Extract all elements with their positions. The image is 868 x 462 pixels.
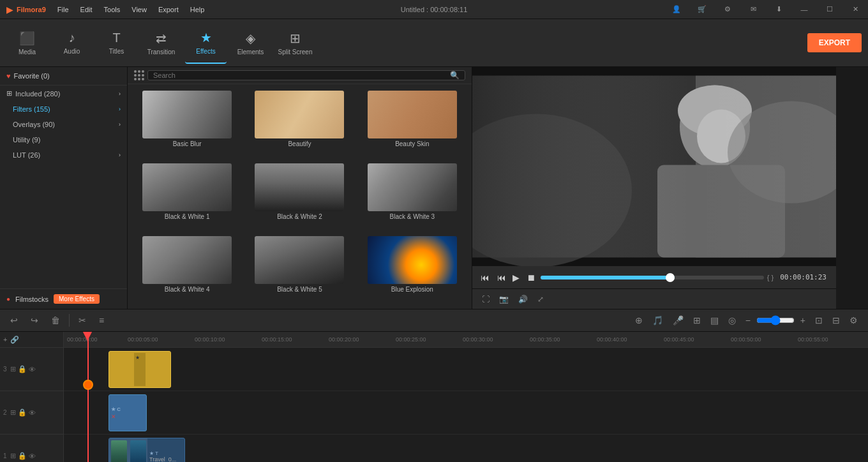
zoom-out-btn[interactable]: −: [742, 313, 754, 327]
menu-tools[interactable]: Tools: [99, 4, 126, 15]
close-btn[interactable]: ✕: [842, 0, 868, 19]
track-3-eye-btn[interactable]: 👁: [29, 365, 36, 373]
preview-fullscreen-btn[interactable]: ⛶: [479, 293, 493, 306]
delete-button[interactable]: 🗑: [47, 313, 64, 327]
zoom-in-btn[interactable]: +: [797, 313, 809, 327]
effect-clip[interactable]: ★ Black & White 1: [108, 351, 171, 388]
progress-bar[interactable]: [541, 276, 764, 279]
filters-label: Filters (155): [13, 105, 50, 113]
more-effects-button[interactable]: More Effects: [54, 294, 100, 304]
menu-export[interactable]: Export: [153, 4, 184, 15]
mic-btn[interactable]: 🎤: [669, 313, 687, 327]
timeline-tracks[interactable]: 00:00:00:00 00:00:05:00 00:00:10:00 00:0…: [64, 332, 868, 462]
search-box[interactable]: 🔍: [147, 70, 465, 80]
preview-screenshot-btn[interactable]: 📷: [496, 293, 512, 306]
play-button[interactable]: ▶: [511, 271, 521, 285]
track-1-grid-btn[interactable]: ⊞: [10, 452, 16, 460]
stabilize-btn[interactable]: ◎: [724, 313, 740, 327]
video1-clip[interactable]: ★ T Travel_0...: [108, 438, 185, 462]
effect-basic-blur[interactable]: Basic Blur: [131, 87, 243, 160]
bw2-label: Black & White 2: [277, 213, 322, 220]
category-included[interactable]: ⊞ Included (280) ›: [0, 86, 127, 101]
effect-bw1[interactable]: Black & White 1: [131, 160, 243, 233]
audio-track-btn[interactable]: 🎵: [648, 313, 667, 327]
favorite-bar[interactable]: ♥ Favorite (0): [0, 67, 127, 86]
video2-clip[interactable]: ★ C ✕: [108, 394, 147, 431]
bracket-out[interactable]: }: [771, 274, 774, 281]
track-3-icons: ⊞ 🔒 👁: [10, 365, 36, 373]
category-filters[interactable]: Filters (155) ›: [0, 101, 127, 117]
preview-expand-btn[interactable]: ⤢: [534, 293, 547, 306]
toolbar-elements[interactable]: ◈ Elements: [230, 22, 271, 64]
track-2-grid-btn[interactable]: ⊞: [10, 408, 16, 417]
toolbar-effects[interactable]: ★ Effects: [185, 22, 227, 64]
track-2-area: ★ C ✕: [64, 391, 868, 435]
mail-icon-btn[interactable]: ✉: [740, 0, 766, 19]
effect-bw3[interactable]: Black & White 3: [356, 160, 468, 233]
toolbar-media[interactable]: ⬛ Media: [6, 22, 48, 64]
track-2-num: 2: [3, 409, 7, 416]
lut-label: LUT (26): [13, 151, 40, 159]
toolbar-audio[interactable]: ♪ Audio: [51, 22, 93, 64]
menu-edit[interactable]: Edit: [75, 4, 98, 15]
step-back-button[interactable]: ⏭: [495, 271, 507, 285]
preview-panel: ⏮ ⏭ ▶ ⏹ { } 00:00:01:23 ⛶ 📷 🔊 ⤢: [472, 67, 836, 309]
category-lut[interactable]: LUT (26) ›: [0, 147, 127, 163]
filmstocks-row[interactable]: ● Filmstocks More Effects: [0, 288, 127, 309]
user-icon-btn[interactable]: 👤: [664, 0, 689, 19]
toolbar-transition[interactable]: ⇄ Transition: [140, 22, 182, 64]
track-1-eye-btn[interactable]: 👁: [29, 452, 36, 460]
stop-button[interactable]: ⏹: [525, 271, 537, 285]
category-utility[interactable]: Utility (9): [0, 132, 127, 147]
clip-settings-button[interactable]: ≡: [95, 313, 108, 327]
video2-content: ★ C ✕: [109, 405, 146, 422]
link-btn[interactable]: 🔗: [10, 336, 19, 344]
add-track-btn[interactable]: +: [3, 336, 7, 343]
track-2-lock-btn[interactable]: 🔒: [18, 408, 27, 417]
track-1-lock-btn[interactable]: 🔒: [18, 452, 27, 460]
track-3-grid-btn[interactable]: ⊞: [10, 365, 16, 373]
toolbar-separator-1: [69, 314, 70, 327]
bracket-in[interactable]: {: [767, 274, 770, 281]
effect-bw2[interactable]: Black & White 2: [243, 160, 355, 233]
track-motion-btn[interactable]: ⊕: [631, 313, 647, 327]
menu-help[interactable]: Help: [185, 4, 210, 15]
undo-button[interactable]: ↩: [6, 313, 22, 327]
effect-beautify[interactable]: Beautify: [243, 87, 355, 160]
track-2-eye-btn[interactable]: 👁: [29, 408, 36, 417]
menu-file[interactable]: File: [52, 4, 74, 15]
maximize-btn[interactable]: ☐: [817, 0, 842, 19]
effect-beauty-skin[interactable]: Beauty Skin: [356, 87, 468, 160]
store-icon-btn[interactable]: 🛒: [689, 0, 715, 19]
preview-audio-btn[interactable]: 🔊: [515, 293, 531, 306]
cut-button[interactable]: ✂: [75, 313, 90, 327]
toolbar-split-screen[interactable]: ⊞ Split Screen: [274, 22, 316, 64]
search-input[interactable]: [153, 71, 447, 79]
grid-view-icon[interactable]: [134, 70, 144, 80]
timeline-view-btn[interactable]: ⊟: [828, 313, 844, 327]
menu-view[interactable]: View: [126, 4, 152, 15]
zoom-slider[interactable]: [756, 313, 795, 327]
export-button[interactable]: EXPORT: [807, 33, 862, 52]
fit-timeline-btn[interactable]: ⊡: [811, 313, 827, 327]
effect-blue-explosion[interactable]: Blue Explosion: [356, 233, 468, 306]
track-label-3: 3 ⊞ 🔒 👁: [0, 348, 63, 391]
minimize-btn[interactable]: —: [791, 0, 817, 19]
playhead[interactable]: [87, 332, 89, 462]
redo-button[interactable]: ↪: [27, 313, 42, 327]
download-icon-btn[interactable]: ⬇: [766, 0, 791, 19]
timeline-settings-btn[interactable]: ⚙: [846, 313, 862, 327]
elements-label: Elements: [237, 48, 264, 56]
rewind-button[interactable]: ⏮: [479, 271, 491, 285]
track-labels: + 🔗 3 ⊞ 🔒 👁 2 ⊞ 🔒 👁: [0, 332, 64, 462]
effect-bw5[interactable]: Black & White 5: [243, 233, 355, 306]
caption-btn[interactable]: ▤: [707, 313, 722, 327]
track-3-lock-btn[interactable]: 🔒: [18, 365, 27, 373]
effect-bw4[interactable]: Black & White 4: [131, 233, 243, 306]
category-overlays[interactable]: Overlays (90) ›: [0, 117, 127, 132]
settings-icon-btn[interactable]: ⚙: [715, 0, 740, 19]
ruler-mark-5: 00:00:25:00: [396, 336, 426, 343]
toolbar-titles[interactable]: T Titles: [96, 22, 137, 64]
pic-in-pic-btn[interactable]: ⊞: [689, 313, 705, 327]
progress-thumb[interactable]: [666, 273, 675, 282]
